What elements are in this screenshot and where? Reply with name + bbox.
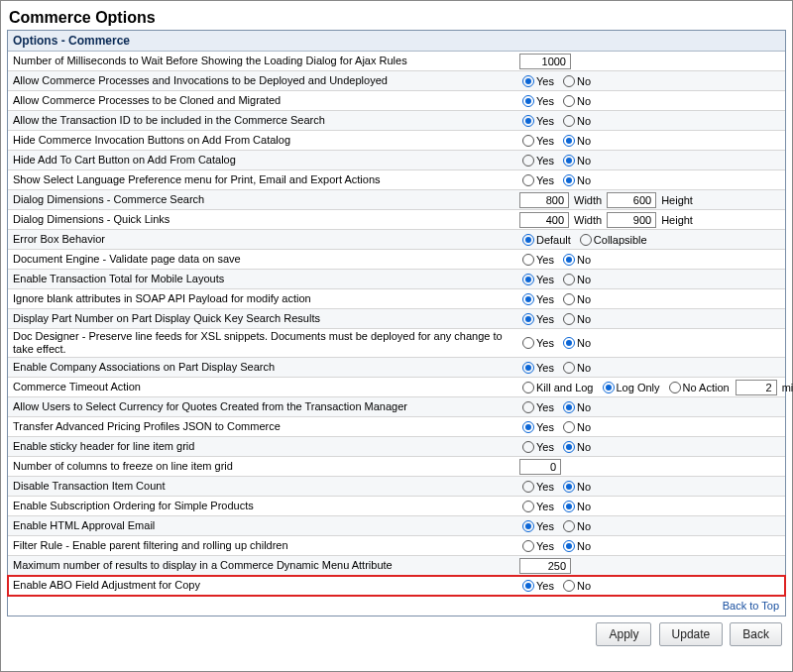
no-radio-label: No: [577, 580, 591, 592]
no-radio[interactable]: [563, 155, 575, 167]
option-row: Hide Commerce Invocation Buttons on Add …: [8, 131, 785, 151]
width-input[interactable]: [519, 212, 569, 228]
height-label: Height: [661, 214, 693, 226]
back-to-top-link[interactable]: Back to Top: [723, 600, 779, 612]
kill-and-log-radio[interactable]: [522, 382, 534, 393]
option-row: Filter Rule - Enable parent filtering an…: [8, 536, 785, 556]
yes-radio[interactable]: [522, 362, 534, 374]
yes-radio[interactable]: [522, 481, 534, 493]
yes-radio[interactable]: [522, 274, 534, 285]
minutes-label: minutes: [782, 382, 793, 393]
yes-radio-label: Yes: [536, 135, 554, 147]
option-row: Allow Commerce Processes and Invocations…: [8, 71, 785, 91]
yes-radio[interactable]: [522, 520, 534, 532]
height-input[interactable]: [607, 212, 656, 228]
options-panel: Options - Commerce Number of Millisecond…: [7, 30, 786, 616]
option-row: Number of Milliseconds to Wait Before Sh…: [8, 52, 785, 71]
number-input[interactable]: [519, 558, 571, 574]
back-button[interactable]: Back: [730, 622, 782, 646]
yes-radio[interactable]: [522, 313, 534, 325]
option-rows: Number of Milliseconds to Wait Before Sh…: [8, 52, 785, 596]
option-label: Ignore blank attributes in SOAP API Payl…: [13, 292, 519, 305]
update-button[interactable]: Update: [659, 622, 724, 646]
option-controls: YesNo: [519, 441, 780, 453]
yes-radio[interactable]: [522, 115, 534, 127]
no-radio[interactable]: [563, 313, 575, 325]
no-radio[interactable]: [563, 254, 575, 266]
yes-radio-label: Yes: [536, 520, 554, 532]
yes-radio-label: Yes: [536, 421, 554, 433]
no-radio[interactable]: [563, 274, 575, 285]
yes-radio-label: Yes: [536, 313, 554, 325]
apply-button[interactable]: Apply: [596, 622, 651, 646]
no-radio[interactable]: [563, 174, 575, 186]
kill-and-log-radio-label: Kill and Log: [536, 382, 594, 393]
no-radio[interactable]: [563, 135, 575, 147]
option-label: Enable Subscription Ordering for Simple …: [13, 500, 519, 512]
no-radio[interactable]: [563, 501, 575, 512]
option-row: Enable Company Associations on Part Disp…: [8, 358, 785, 378]
no-radio[interactable]: [563, 115, 575, 127]
no-radio-label: No: [577, 501, 591, 512]
yes-radio[interactable]: [522, 95, 534, 107]
no-radio[interactable]: [563, 401, 575, 413]
panel-header: Options - Commerce: [8, 31, 785, 52]
no-radio-label: No: [577, 540, 591, 552]
yes-radio-label: Yes: [536, 274, 554, 285]
app-frame: Commerce Options Options - Commerce Numb…: [0, 0, 793, 672]
option-row: Enable ABO Field Adjustment for CopyYesN…: [8, 576, 785, 596]
yes-radio[interactable]: [522, 501, 534, 512]
no-radio[interactable]: [563, 337, 575, 349]
number-input[interactable]: [519, 54, 571, 69]
option-row: Disable Transaction Item CountYesNo: [8, 477, 785, 497]
yes-radio-label: Yes: [536, 337, 554, 349]
default-radio[interactable]: [522, 234, 534, 246]
no-radio-label: No: [577, 293, 591, 305]
no-radio-label: No: [577, 362, 591, 374]
no-radio[interactable]: [563, 421, 575, 433]
yes-radio[interactable]: [522, 401, 534, 413]
no-radio[interactable]: [563, 293, 575, 305]
option-label: Commerce Timeout Action: [13, 381, 519, 393]
no-radio[interactable]: [563, 362, 575, 374]
yes-radio[interactable]: [522, 155, 534, 167]
option-row: Transfer Advanced Pricing Profiles JSON …: [8, 417, 785, 437]
yes-radio[interactable]: [522, 293, 534, 305]
yes-radio[interactable]: [522, 421, 534, 433]
no-radio[interactable]: [563, 481, 575, 493]
no-radio[interactable]: [563, 441, 575, 453]
no-radio-label: No: [577, 115, 591, 127]
option-label: Hide Commerce Invocation Buttons on Add …: [13, 134, 519, 147]
log-only-radio[interactable]: [603, 382, 615, 393]
number-input[interactable]: [519, 459, 561, 475]
option-row: Show Select Language Preference menu for…: [8, 170, 785, 190]
no-action-radio[interactable]: [669, 382, 681, 393]
width-input[interactable]: [519, 192, 569, 208]
option-controls: YesNo: [519, 501, 780, 512]
yes-radio[interactable]: [522, 174, 534, 186]
yes-radio-label: Yes: [536, 155, 554, 167]
collapsible-radio[interactable]: [580, 234, 592, 246]
option-controls: YesNo: [519, 174, 780, 186]
yes-radio[interactable]: [522, 540, 534, 552]
yes-radio[interactable]: [522, 135, 534, 147]
yes-radio[interactable]: [522, 75, 534, 87]
no-radio[interactable]: [563, 95, 575, 107]
option-controls: YesNo: [519, 274, 780, 285]
option-label: Allow Users to Select Currency for Quote…: [13, 400, 519, 413]
yes-radio[interactable]: [522, 337, 534, 349]
no-radio[interactable]: [563, 540, 575, 552]
height-input[interactable]: [607, 192, 656, 208]
yes-radio-label: Yes: [536, 441, 554, 453]
yes-radio[interactable]: [522, 441, 534, 453]
no-radio[interactable]: [563, 75, 575, 87]
yes-radio[interactable]: [522, 580, 534, 592]
height-label: Height: [661, 194, 693, 206]
minutes-input[interactable]: [736, 380, 777, 395]
no-radio-label: No: [577, 337, 591, 349]
no-radio[interactable]: [563, 520, 575, 532]
yes-radio-label: Yes: [536, 293, 554, 305]
no-radio[interactable]: [563, 580, 575, 592]
option-row: Error Box BehaviorDefaultCollapsible: [8, 230, 785, 250]
yes-radio[interactable]: [522, 254, 534, 266]
